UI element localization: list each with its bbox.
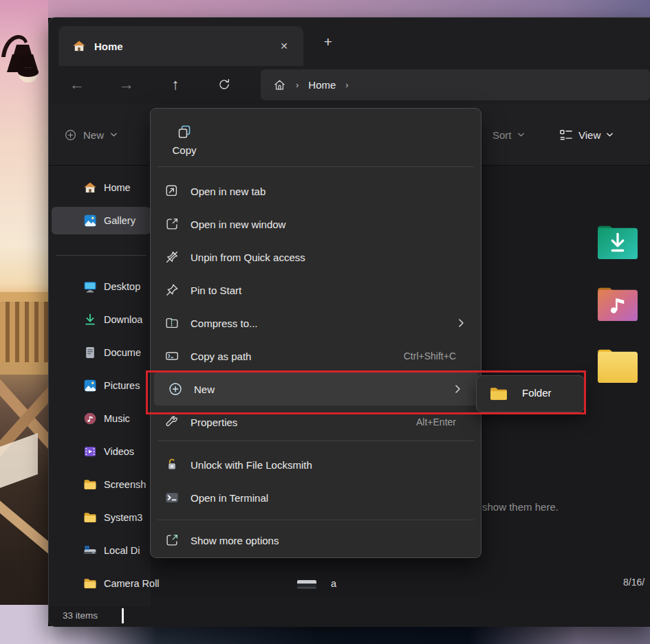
- menu-separator: [158, 441, 474, 441]
- sidebar-item-label: Downloa: [104, 314, 142, 325]
- menu-item-label: Unpin from Quick access: [191, 252, 305, 263]
- sidebar-item-label: Desktop: [104, 281, 140, 292]
- menu-item-label: Properties: [191, 417, 237, 428]
- plus-circle-icon: [64, 129, 77, 142]
- terminal-icon: [164, 490, 180, 505]
- status-bar: 33 items: [49, 606, 650, 627]
- back-button[interactable]: ←: [64, 71, 90, 98]
- chevron-down-icon: [517, 132, 525, 137]
- breadcrumb-home[interactable]: Home: [308, 79, 336, 91]
- videos-icon: [83, 445, 97, 458]
- bridge-balustrade: [0, 292, 48, 375]
- sidebar-item-label: Gallery: [104, 215, 136, 226]
- desktop: Home ✕ + ← → ↑ › Home ›: [0, 0, 650, 644]
- menu-item-copy-as-path[interactable]: Copy as path Ctrl+Shift+C: [151, 340, 482, 373]
- menu-item-label: Open in new window: [191, 219, 285, 230]
- sidebar-item-system32[interactable]: System3: [49, 504, 152, 531]
- sidebar-item-downloads[interactable]: Downloa: [49, 306, 152, 333]
- close-tab-button[interactable]: ✕: [274, 36, 294, 56]
- item-count: 33 items: [63, 610, 98, 621]
- menu-item-label: Show more options: [191, 535, 279, 546]
- open-new-tab-icon: [164, 184, 180, 199]
- menu-item-unpin-from-quick-access[interactable]: Unpin from Quick access: [151, 241, 482, 274]
- sidebar-item-pictures[interactable]: Pictures: [49, 372, 152, 399]
- highlight-annotation-box: [146, 370, 586, 414]
- chevron-right-icon: [458, 318, 464, 328]
- downloads-icon: [83, 313, 97, 326]
- sidebar-item-local-disk[interactable]: Local Di: [49, 537, 152, 564]
- menu-item-copy[interactable]: Copy: [163, 117, 206, 162]
- pictures-icon: [83, 379, 97, 392]
- navigation-bar: ← → ↑ › Home ›: [49, 66, 650, 104]
- sort-button[interactable]: Sort: [492, 120, 525, 150]
- menu-item-label: Pin to Start: [191, 285, 241, 296]
- home-icon: [72, 39, 86, 53]
- refresh-icon: [217, 78, 231, 91]
- sidebar-item-label: Home: [104, 182, 131, 193]
- sidebar-item-camera-roll[interactable]: Camera Roll: [49, 570, 152, 597]
- disk-icon: [83, 544, 97, 557]
- folder-icon: [83, 478, 97, 491]
- forward-button[interactable]: →: [113, 71, 140, 98]
- address-bar[interactable]: › Home ›: [261, 69, 650, 100]
- menu-item-open-in-new-window[interactable]: Open in new window: [151, 208, 482, 241]
- sidebar-item-desktop[interactable]: Desktop: [49, 273, 152, 300]
- lamp-silhouette-icon: [0, 24, 45, 100]
- show-more-icon: [164, 533, 180, 548]
- home-icon: [273, 78, 286, 91]
- copy-icon: [176, 124, 193, 140]
- sidebar-item-music[interactable]: Music: [49, 405, 152, 432]
- menu-item-shortcut: Alt+Enter: [416, 417, 456, 428]
- desktop-icon: [83, 280, 97, 293]
- sidebar-item-label: Pictures: [104, 380, 140, 391]
- sidebar-item-label: Videos: [104, 446, 134, 457]
- menu-item-pin-to-start[interactable]: Pin to Start: [151, 274, 482, 307]
- menu-item-open-in-terminal[interactable]: Open in Terminal: [151, 481, 482, 514]
- copy-path-icon: [164, 348, 180, 364]
- pane-splitter[interactable]: [122, 608, 124, 623]
- sort-button-label: Sort: [492, 129, 512, 141]
- chevron-down-icon: [110, 132, 118, 137]
- sidebar-item-home[interactable]: Home: [49, 174, 152, 201]
- menu-item-show-more-options[interactable]: Show more options: [151, 524, 482, 557]
- file-row-a[interactable]: a: [296, 573, 336, 594]
- menu-separator: [158, 166, 474, 167]
- view-button[interactable]: View: [559, 120, 614, 150]
- menu-separator: [158, 520, 474, 520]
- wallpaper-left: [0, 0, 48, 644]
- sidebar-item-documents[interactable]: Docume: [49, 339, 152, 366]
- open-new-window-icon: [164, 216, 180, 232]
- sidebar-item-videos[interactable]: Videos: [49, 438, 152, 465]
- downloads-folder-tile[interactable]: [596, 221, 639, 260]
- sidebar-item-label: System3: [104, 512, 142, 523]
- documents-icon: [83, 346, 97, 359]
- sidebar-item-label: Docume: [104, 347, 141, 358]
- music-icon: [83, 412, 97, 425]
- gallery-icon: [83, 214, 97, 227]
- refresh-button[interactable]: [211, 71, 237, 98]
- new-button-label: New: [83, 129, 104, 141]
- chevron-down-icon: [606, 132, 614, 137]
- sidebar-separator: [56, 255, 147, 256]
- music-folder-tile[interactable]: [596, 282, 639, 322]
- compress-icon: [164, 315, 180, 331]
- home-icon: [83, 181, 97, 195]
- plain-folder-tile[interactable]: [596, 344, 639, 384]
- menu-item-label: Unlock with File Locksmith: [191, 459, 312, 471]
- pin-icon: [164, 282, 180, 298]
- menu-item-label: Copy: [172, 144, 196, 156]
- new-tab-button[interactable]: +: [317, 32, 339, 52]
- menu-item-compress-to[interactable]: Compress to...: [151, 307, 482, 340]
- menu-item-open-in-new-tab[interactable]: Open in new tab: [151, 175, 482, 208]
- drive-icon: [296, 577, 317, 591]
- tab-home[interactable]: Home ✕: [58, 26, 303, 66]
- tab-title: Home: [94, 41, 123, 52]
- menu-item-unlock-with-file-locksmith[interactable]: Unlock with File Locksmith: [151, 448, 482, 481]
- menu-item-label: Copy as path: [191, 351, 251, 362]
- sidebar-item-screenshots[interactable]: Screensh: [49, 471, 152, 498]
- sidebar-item-label: Screensh: [104, 479, 146, 490]
- new-button[interactable]: New: [64, 120, 118, 150]
- file-date-modified: 8/16/: [623, 577, 644, 588]
- up-button[interactable]: ↑: [162, 71, 188, 98]
- sidebar-item-gallery[interactable]: Gallery: [52, 207, 151, 234]
